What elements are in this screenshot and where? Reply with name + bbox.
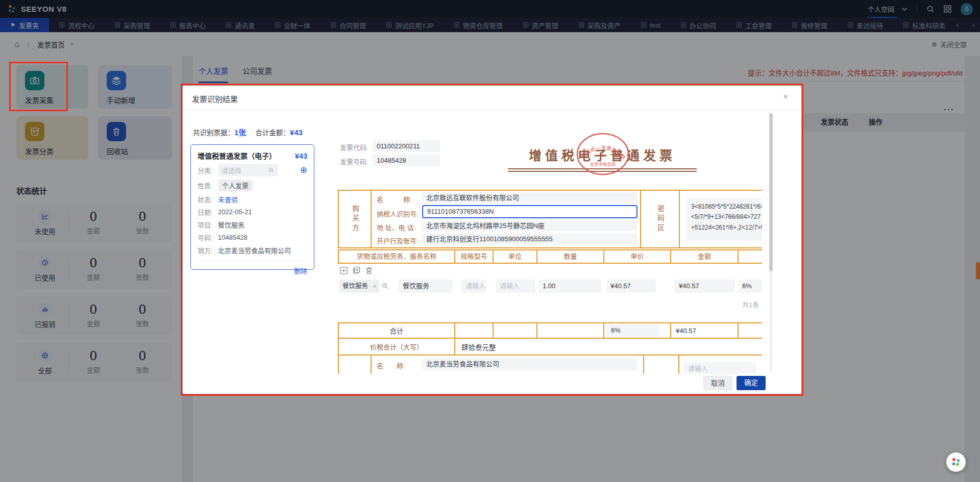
number-label: 号码: bbox=[198, 233, 218, 242]
items-count: 共1条 bbox=[742, 299, 759, 309]
col-header-qty: 数量 bbox=[537, 250, 604, 263]
seller-column-border bbox=[678, 356, 679, 374]
confirm-button[interactable]: 确定 bbox=[737, 376, 766, 390]
buyer-section: 购买方 名 称: 北京致远互联软件股份有限公司 纳税人识别号: 91110108… bbox=[338, 190, 762, 248]
buyer-bank-input[interactable]: 建行北京科创支行11001085900059555555 bbox=[422, 234, 638, 244]
seller-label: 销方: bbox=[198, 245, 218, 255]
invoice-number-input[interactable]: 10485428 bbox=[373, 155, 440, 166]
modal-panel: 发票识别结果 × 共识别票据： 1张 合计金额： ¥43 增值税普通发票（电子）… bbox=[183, 86, 801, 394]
card-dashed-divider bbox=[198, 261, 307, 261]
modal-footer: 取消 确定 bbox=[183, 374, 801, 394]
summary-count-label: 共识别票据： bbox=[193, 127, 234, 137]
summary-amount: ¥43 bbox=[290, 128, 303, 137]
password-cell: 密码区 bbox=[641, 191, 679, 247]
tax-stamp-icon: 全国统一发票监制章 ★ 北京市税务局 bbox=[576, 132, 630, 176]
total-label: 合计 bbox=[339, 323, 455, 338]
invoice-document: 发票代码: 011002200211 发票号码: 10485428 增值税电子普… bbox=[337, 110, 762, 374]
item-row: 餐饮服务 × 餐饮服务 请输入 请输入 1.00 ¥40.57 ¥40.57 6… bbox=[337, 280, 762, 293]
project-value: 餐饮服务 bbox=[218, 220, 244, 230]
invoice-amount: ¥43 bbox=[295, 152, 307, 160]
buyer-name-label: 名 称: bbox=[377, 194, 412, 204]
col-header-price: 单价 bbox=[604, 250, 671, 263]
col-header-name: 货物或应税劳务、服务名称 bbox=[339, 250, 455, 263]
buyer-name-input[interactable]: 北京致远互联软件股份有限公司 bbox=[422, 192, 638, 203]
assistant-pinwheel-icon bbox=[950, 456, 962, 468]
buyer-addr-input[interactable]: 北京市海淀区北坞村路甲25号静芯园N座 bbox=[422, 220, 638, 231]
zoom-search-icon[interactable] bbox=[381, 282, 389, 290]
stamp-bottom-text: 北京市税务局 bbox=[590, 162, 616, 167]
modal-title: 发票识别结果 bbox=[192, 93, 238, 104]
invoice-number-label: 发票号码: bbox=[340, 156, 369, 168]
col-header-amount: 金额 bbox=[671, 250, 739, 263]
category-select[interactable]: 请选择 bbox=[218, 164, 278, 176]
project-label: 项目: bbox=[198, 220, 218, 230]
item-amount-input[interactable]: ¥40.57 bbox=[675, 280, 735, 293]
app-screen: SEEYON V8 个人空间 0 ⚑发票夹 流程中心 采购管理 报表中心 通讯录… bbox=[0, 0, 980, 482]
item-name-input[interactable]: 餐饮服务 bbox=[399, 280, 453, 293]
totals-row: 合计 6% ¥40.57 bbox=[338, 322, 762, 339]
items-table-header: 货物或应税劳务、服务名称 规格型号 单位 数量 单价 金额 bbox=[338, 249, 762, 264]
total-taxrate-input[interactable]: 6% bbox=[607, 324, 659, 337]
nature-label: 性质: bbox=[198, 181, 218, 190]
col-header-unit: 单位 bbox=[494, 250, 537, 263]
buyer-tax-label: 纳税人识别号: bbox=[377, 209, 419, 218]
invoice-code-input[interactable]: 011002200211 bbox=[373, 140, 440, 152]
invoice-type-title: 增值税普通发票（电子） bbox=[198, 150, 276, 161]
item-price-input[interactable]: ¥40.57 bbox=[606, 280, 656, 293]
seller-name-input[interactable]: 北京麦当劳食品有限公司 bbox=[422, 358, 638, 370]
buyer-cell: 购买方 bbox=[339, 191, 372, 247]
invoice-recognition-modal: 发票识别结果 × 共识别票据： 1张 合计金额： ¥43 增值税普通发票（电子）… bbox=[183, 86, 801, 394]
modal-close-icon[interactable]: × bbox=[783, 92, 788, 102]
item-unit-input[interactable]: 请输入 bbox=[496, 280, 535, 293]
password-line: +51224<261*/6+,2<12/7>5 bbox=[691, 222, 762, 233]
date-label: 日期: bbox=[198, 207, 218, 217]
recognition-summary: 共识别票据： 1张 合计金额： ¥43 bbox=[193, 126, 303, 137]
buyer-bank-label: 开户行及账号: bbox=[377, 236, 419, 245]
words-value: 肆拾叁元整 bbox=[455, 339, 762, 354]
buyer-addr-label: 地 址、电 话: bbox=[377, 222, 415, 232]
seller-column-border bbox=[643, 356, 644, 374]
copy-row-icon[interactable] bbox=[353, 267, 360, 274]
col-header-tax bbox=[739, 250, 762, 263]
category-label: 分类: bbox=[198, 165, 218, 175]
seller-value: 北京麦当劳食品有限公司 bbox=[218, 245, 291, 255]
number-value: 10485428 bbox=[218, 234, 248, 241]
zoom-search-icon bbox=[268, 167, 275, 173]
chip-label: 餐饮服务 bbox=[342, 280, 368, 293]
stamp-star: ★ bbox=[601, 153, 605, 158]
status-label: 状态: bbox=[198, 194, 218, 204]
summary-amount-label: 合计金额： bbox=[255, 127, 290, 137]
password-column-border bbox=[679, 191, 680, 247]
item-spec-input[interactable]: 请输入 bbox=[461, 280, 486, 293]
item-row-toolbar bbox=[340, 267, 373, 274]
nature-chip[interactable]: 个人发票 bbox=[218, 180, 253, 191]
total-amount: ¥40.57 bbox=[671, 327, 696, 335]
category-placeholder: 请选择 bbox=[222, 165, 268, 175]
date-value: 2022-05-21 bbox=[218, 208, 252, 216]
cancel-button[interactable]: 取消 bbox=[703, 376, 732, 390]
buyer-tax-input[interactable]: 91110108737656338N bbox=[422, 205, 638, 218]
assistant-fab[interactable] bbox=[946, 452, 966, 472]
modal-scrollbar-thumb[interactable] bbox=[769, 113, 773, 271]
buyer-vertical-label: 购买方 bbox=[350, 205, 360, 234]
chip-remove-icon[interactable]: × bbox=[373, 280, 376, 293]
modal-body: 共识别票据： 1张 合计金额： ¥43 增值税普通发票（电子） ¥43 分类: bbox=[183, 110, 801, 374]
item-category-chip[interactable]: 餐饮服务 × bbox=[339, 280, 379, 293]
col-header-spec: 规格型号 bbox=[455, 250, 494, 263]
amount-words-row: 价税合计（大写） 肆拾叁元整 bbox=[338, 339, 762, 356]
delete-row-icon[interactable] bbox=[365, 267, 373, 274]
password-line: 3<81085*5*5*2248261*/6> bbox=[691, 201, 762, 212]
modal-scrollbar bbox=[769, 112, 773, 372]
status-unverified-link[interactable]: 未查验 bbox=[218, 194, 238, 204]
add-category-icon[interactable]: ⊕ bbox=[300, 166, 307, 174]
seller-extra-input[interactable]: 请输入 bbox=[684, 362, 756, 374]
seller-section: 名 称: 北京麦当劳食品有限公司 请输入 bbox=[338, 356, 762, 374]
seller-name-label: 名 称: bbox=[377, 361, 405, 370]
recognized-invoice-card[interactable]: 增值税普通发票（电子） ¥43 分类: 请选择 ⊕ 性质: 个人发票 bbox=[190, 144, 314, 270]
password-area: 3<81085*5*5*2248261*/6> <5/7/*9+13<766/8… bbox=[686, 198, 762, 241]
item-qty-input[interactable]: 1.00 bbox=[538, 280, 601, 293]
add-row-icon[interactable] bbox=[340, 267, 348, 274]
delete-invoice-link[interactable]: 删除 bbox=[294, 267, 307, 275]
modal-header: 发票识别结果 × bbox=[183, 86, 801, 110]
item-taxrate-input[interactable]: 6% bbox=[738, 280, 762, 293]
